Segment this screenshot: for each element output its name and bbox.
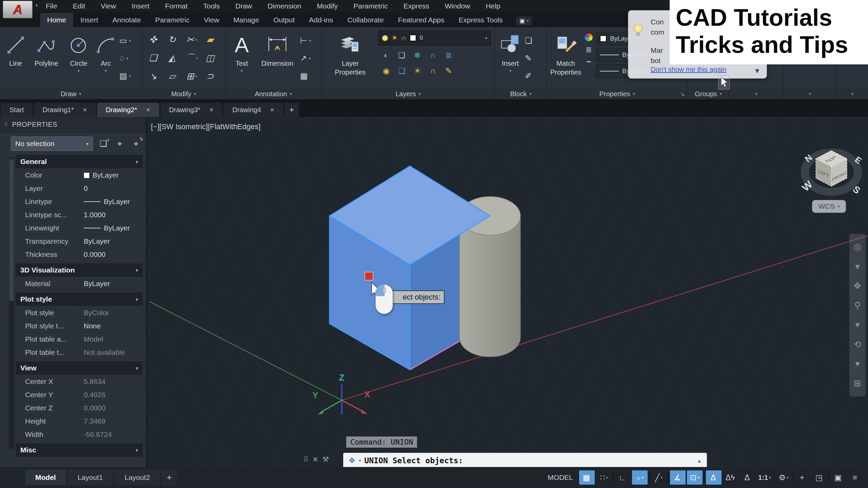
status-toggle[interactable]: ▣	[831, 470, 846, 485]
section-header-3d-visualization[interactable]: 3D Visualization▾	[16, 263, 143, 277]
grip-icon[interactable]: ⠿	[303, 455, 309, 464]
block-tool-small[interactable]: ✎	[525, 54, 532, 63]
menu-item[interactable]: Parametric	[346, 0, 396, 12]
status-toggle[interactable]: 1:1▾	[757, 470, 772, 485]
new-layout-button[interactable]: +	[161, 470, 177, 485]
modify-tool[interactable]: ◫	[201, 49, 220, 67]
scrollbar-thumb[interactable]	[9, 159, 14, 301]
modify-tool[interactable]: ↻	[163, 30, 182, 49]
layer-tool[interactable]: ◐	[378, 47, 394, 63]
panel-footer-collapsed[interactable]: ▾	[837, 88, 868, 99]
section-header-misc[interactable]: Misc▾	[16, 443, 143, 457]
drawing-tab[interactable]: Drawing2* ✕	[97, 103, 159, 117]
menu-item[interactable]: File	[38, 0, 65, 12]
status-toggle[interactable]	[668, 472, 669, 483]
close-icon[interactable]: ✕	[146, 107, 150, 113]
property-row[interactable]: Linetype sc... 1.0000	[16, 208, 143, 222]
drawing-tab[interactable]: Drawing1* ✕	[34, 103, 96, 117]
nav-icon[interactable]: ◎	[854, 242, 862, 252]
property-row[interactable]: Material ByLayer	[16, 277, 143, 290]
status-toggle[interactable]: ∟	[615, 470, 631, 485]
ribbon-tab[interactable]: Featured Apps	[391, 13, 452, 27]
status-toggle[interactable]	[704, 472, 705, 483]
status-toggle[interactable]: ⊡▾	[687, 470, 703, 485]
modify-tool[interactable]: ↘	[144, 67, 163, 85]
layer-tool[interactable]: ❄	[410, 47, 425, 63]
status-toggle[interactable]: ⚙▾	[776, 470, 791, 485]
property-row[interactable]: Plot style ByColor	[16, 306, 143, 320]
ribbon-tab[interactable]: Collaborate	[340, 13, 391, 27]
status-toggle[interactable]	[793, 472, 793, 483]
dont-show-again-link[interactable]: Don't show me this again	[651, 66, 726, 74]
menu-item[interactable]: Insert	[124, 0, 157, 12]
line-tool[interactable]: Line	[3, 30, 28, 86]
status-toggle[interactable]	[613, 472, 614, 483]
ribbon-tab[interactable]: Parametric	[148, 13, 197, 27]
layer-tool[interactable]: ❏	[394, 63, 410, 79]
layout-tab[interactable]: Layout2	[114, 470, 160, 485]
property-row[interactable]: Linetype ByLayer	[16, 195, 143, 208]
panel-footer-layers[interactable]: Layers▾	[321, 88, 495, 99]
close-icon[interactable]: ✕	[270, 107, 274, 113]
draw-tool-small[interactable]: ▨▾	[119, 71, 131, 81]
nav-icon[interactable]: ▾	[855, 261, 860, 272]
layer-tool[interactable]: ∩	[425, 47, 441, 63]
ribbon-tab[interactable]: Add-ins	[302, 13, 340, 27]
annotation-tool-small[interactable]: ⊢▾	[300, 36, 311, 45]
modify-tool[interactable]: ◭	[163, 49, 182, 67]
ribbon-tab[interactable]: Express Tools	[451, 13, 510, 27]
menu-item[interactable]: Window	[437, 0, 478, 12]
property-row[interactable]: Plot style t... None	[16, 320, 143, 333]
layer-tool[interactable]: ☀	[410, 63, 425, 79]
modify-tool[interactable]: ▰	[201, 30, 220, 49]
quick-calc-button[interactable]: ⌖ϟ	[130, 138, 142, 149]
property-row[interactable]: Width -56.6724	[16, 428, 143, 441]
new-drawing-button[interactable]: +	[284, 103, 299, 117]
modify-tool[interactable]: ⌒▾	[182, 49, 201, 67]
property-row[interactable]: Lineweight ByLayer	[16, 222, 143, 235]
match-properties-button[interactable]: Match Properties	[550, 30, 581, 86]
chevron-down-icon[interactable]: ▾	[359, 458, 361, 463]
drawing-tab[interactable]: Start	[1, 103, 33, 117]
wrench-icon[interactable]: ⚒	[322, 455, 329, 464]
app-logo[interactable]: A ▾	[3, 1, 33, 18]
status-toggle[interactable]: ◳	[812, 470, 827, 485]
property-row[interactable]: Transparency ByLayer	[16, 235, 143, 248]
modify-tool[interactable]: ⊃	[201, 67, 220, 85]
nav-icon[interactable]: ⊞	[854, 378, 861, 389]
modify-tool[interactable]: ▱	[163, 67, 182, 85]
section-header-view[interactable]: View▾	[16, 361, 143, 375]
nav-icon[interactable]: ▾	[855, 320, 860, 330]
menu-item[interactable]: Help	[478, 0, 508, 12]
color-wheel-icon[interactable]	[584, 33, 593, 42]
menu-item[interactable]: Tools	[195, 0, 228, 12]
layout-tab[interactable]: Model	[25, 470, 66, 485]
menu-item[interactable]: Dimension	[260, 0, 309, 12]
modify-tool[interactable]: ✂▾	[182, 30, 201, 49]
modify-tool[interactable]: ❏	[144, 49, 163, 67]
nav-icon[interactable]: ✥	[854, 281, 861, 291]
status-toggle[interactable]: ╱▾	[651, 470, 667, 485]
layer-tool[interactable]: ✎	[441, 63, 456, 79]
property-row[interactable]: Center Z 0.0000	[16, 402, 143, 415]
layer-tool[interactable]: ∩	[425, 63, 441, 79]
palette-header[interactable]: ⠿ PROPERTIES	[0, 117, 146, 133]
block-tool-small[interactable]: ❏	[525, 36, 532, 45]
property-row[interactable]: Thickness 0.0000	[16, 248, 143, 261]
command-input-bar[interactable]: ❖ ▾ UNION Select objects: ▲	[343, 453, 707, 468]
block-tool-small[interactable]: ✐	[525, 71, 532, 81]
layer-tool[interactable]: ≣	[441, 47, 456, 63]
pick-add-button[interactable]: ⌖	[114, 138, 125, 149]
palette-scrollbar[interactable]	[9, 158, 14, 449]
menu-item[interactable]: Modify	[309, 0, 346, 12]
ribbon-tab[interactable]: Output	[266, 13, 302, 27]
status-toggle[interactable]: Δϟ	[723, 470, 738, 485]
ucs-icon[interactable]: Z Y X	[312, 372, 370, 415]
lineweight-list-icon[interactable]: ≣	[586, 45, 592, 54]
selection-dropdown[interactable]: No selection ▾	[11, 137, 93, 151]
status-toggle[interactable]	[649, 472, 650, 483]
draw-tool-small[interactable]: ◌▾	[119, 54, 131, 63]
nav-icon[interactable]: ⚲	[854, 300, 861, 311]
close-icon[interactable]: ✕	[313, 455, 318, 464]
ribbon-tab[interactable]: Manage	[226, 13, 266, 27]
